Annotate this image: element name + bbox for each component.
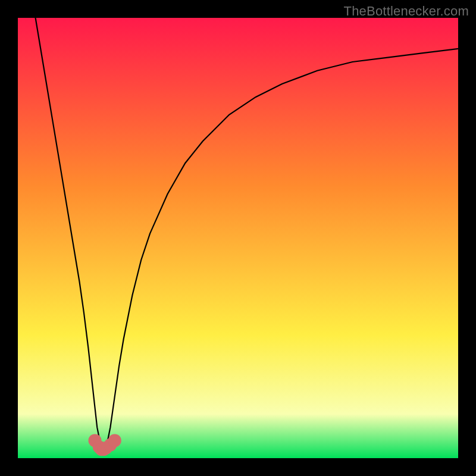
min-marker	[108, 434, 121, 447]
bottleneck-chart	[18, 18, 458, 458]
chart-frame	[18, 18, 458, 458]
gradient-background	[18, 18, 458, 458]
attribution-text: TheBottlenecker.com	[344, 4, 469, 19]
